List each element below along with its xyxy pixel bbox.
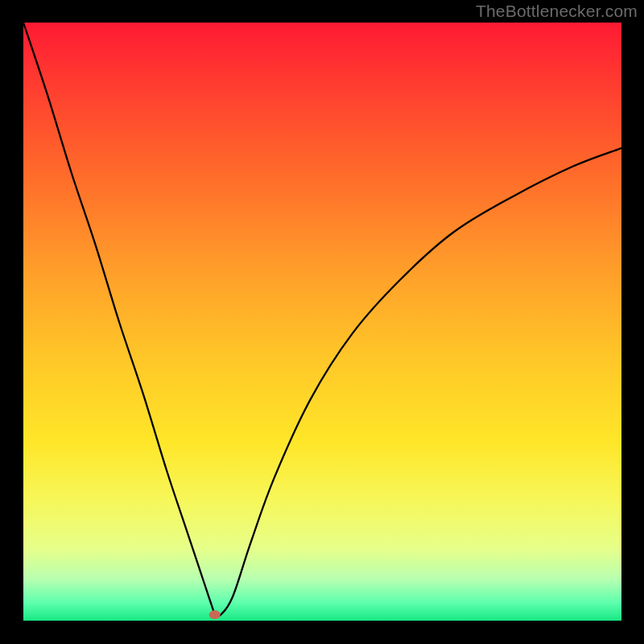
plot-area	[23, 23, 621, 621]
gradient-background	[23, 23, 621, 621]
chart-svg	[23, 23, 621, 621]
min-point-marker	[209, 610, 221, 619]
chart-container: TheBottlenecker.com	[0, 0, 644, 644]
watermark-text: TheBottlenecker.com	[476, 2, 638, 21]
